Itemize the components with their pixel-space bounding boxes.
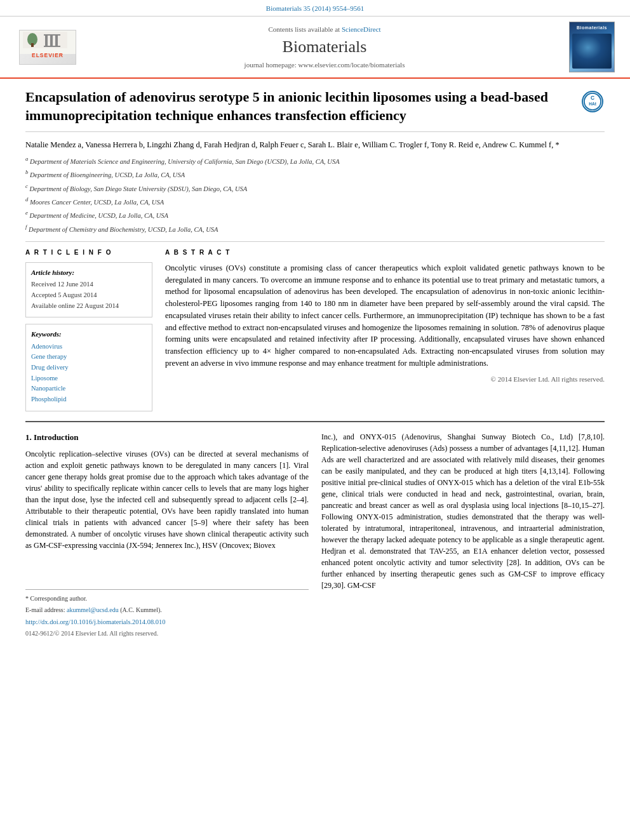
keyword-4: Liposome [31, 374, 147, 383]
doi-link[interactable]: http://dx.doi.org/10.1016/j.biomaterials… [25, 618, 166, 625]
authors-text: Natalie Mendez a, Vanessa Herrera b, Lin… [25, 140, 560, 149]
journal-header: ELSEVIER Contents lists available at Sci… [0, 17, 630, 79]
journal-homepage: journal homepage: www.elsevier.com/locat… [245, 60, 405, 70]
journal-cover: Biomaterials [566, 22, 617, 72]
intro-paragraph-2: Inc.), and ONYX-015 (Adenovirus, Shangha… [321, 431, 605, 591]
doi-line: http://dx.doi.org/10.1016/j.biomaterials… [25, 617, 309, 627]
sciencedirect-link: Contents lists available at ScienceDirec… [268, 25, 380, 34]
body-section: 1. Introduction Oncolytic replication–se… [25, 431, 605, 638]
journal-info-center: Contents lists available at ScienceDirec… [89, 22, 560, 72]
corresponding-author-note: * Corresponding author. [25, 594, 309, 603]
author-email[interactable]: akummel@ucsd.edu [67, 606, 119, 613]
keywords-block: Keywords: Adenovirus Gene therapy Drug d… [25, 324, 152, 411]
affiliations: a Department of Materials Science and En… [25, 154, 605, 235]
keyword-6: Phospholipid [31, 395, 147, 404]
email-note: E-mail address: akummel@ucsd.edu (A.C. K… [25, 605, 309, 615]
keyword-3: Drug delivery [31, 363, 147, 373]
keyword-5: Nanoparticle [31, 384, 147, 394]
crossmark-badge: C HAt [582, 91, 605, 114]
authors-line: Natalie Mendez a, Vanessa Herrera b, Lin… [25, 140, 605, 151]
article-content: Encapsulation of adenovirus serotype 5 i… [0, 79, 630, 648]
crossmark-icon: C HAt [582, 91, 603, 112]
info-abstract-section: A R T I C L E I N F O Article history: R… [25, 248, 605, 411]
available-date: Available online 22 August 2014 [31, 302, 147, 311]
cover-title: Biomaterials [577, 25, 607, 31]
svg-rect-7 [44, 34, 60, 36]
svg-rect-6 [44, 46, 60, 47]
journal-reference: Biomaterials 35 (2014) 9554–9561 [266, 4, 364, 12]
body-col-right: Inc.), and ONYX-015 (Adenovirus, Shangha… [321, 431, 605, 638]
svg-rect-2 [31, 43, 34, 47]
svg-text:C: C [591, 95, 594, 102]
publisher-logo-section: ELSEVIER [13, 22, 83, 72]
title-section: Encapsulation of adenovirus serotype 5 i… [25, 88, 605, 131]
body-divider [25, 421, 605, 422]
article-info-col: A R T I C L E I N F O Article history: R… [25, 248, 152, 411]
svg-rect-5 [55, 36, 58, 47]
affiliation-f: f Department of Chemistry and Biochemist… [25, 222, 605, 235]
affiliation-b: b Department of Bioengineering, UCSD, La… [25, 168, 605, 180]
elsevier-logo: ELSEVIER [19, 30, 76, 65]
abstract-label: A B S T R A C T [165, 248, 605, 257]
intro-heading: 1. Introduction [25, 431, 309, 444]
journal-reference-bar: Biomaterials 35 (2014) 9554–9561 [0, 0, 630, 17]
svg-text:HAt: HAt [589, 102, 596, 106]
affiliation-c: c Department of Biology, San Diego State… [25, 182, 605, 194]
abstract-col: A B S T R A C T Oncolytic viruses (OVs) … [165, 248, 605, 411]
article-title: Encapsulation of adenovirus serotype 5 i… [25, 88, 575, 124]
svg-rect-3 [45, 36, 48, 47]
cover-photo [572, 34, 612, 69]
body-col-left: 1. Introduction Oncolytic replication–se… [25, 431, 309, 638]
article-info-label: A R T I C L E I N F O [25, 248, 152, 257]
affiliation-d: d Moores Cancer Center, UCSD, La Jolla, … [25, 195, 605, 208]
keywords-title: Keywords: [31, 330, 147, 339]
journal-title: Biomaterials [283, 36, 367, 58]
affiliation-a: a Department of Materials Science and En… [25, 154, 605, 167]
abstract-text: Oncolytic viruses (OVs) constitute a pro… [165, 262, 605, 370]
issn-line: 0142-9612/© 2014 Elsevier Ltd. All right… [25, 629, 309, 638]
keyword-1: Adenovirus [31, 342, 147, 352]
accepted-date: Accepted 5 August 2014 [31, 291, 147, 300]
elsevier-text: ELSEVIER [32, 52, 64, 60]
article-history-block: Article history: Received 12 June 2014 A… [25, 262, 152, 317]
copyright-line: © 2014 Elsevier Ltd. All rights reserved… [165, 375, 605, 384]
keyword-2: Gene therapy [31, 352, 147, 362]
divider-1 [25, 241, 605, 242]
history-title: Article history: [31, 268, 147, 277]
svg-rect-4 [50, 36, 53, 47]
cover-image: Biomaterials [569, 22, 615, 72]
intro-paragraph-1: Oncolytic replication–selective viruses … [25, 448, 309, 551]
received-date: Received 12 June 2014 [31, 280, 147, 290]
affiliation-e: e Department of Medicine, UCSD, La Jolla… [25, 208, 605, 221]
sciencedirect-anchor[interactable]: ScienceDirect [342, 25, 381, 33]
